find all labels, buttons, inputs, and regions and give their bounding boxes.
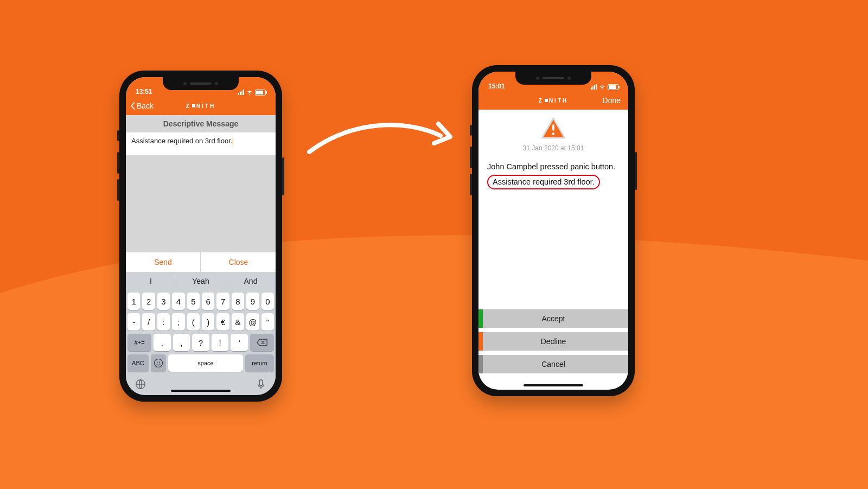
space-key[interactable]: space (168, 354, 244, 372)
emoji-icon (154, 358, 163, 368)
cancel-label: Cancel (541, 360, 565, 369)
status-time: 13:51 (136, 88, 152, 96)
key[interactable]: ' (231, 334, 248, 351)
key[interactable]: 8 (232, 293, 244, 310)
prediction-item[interactable]: Yeah (176, 272, 226, 290)
return-key[interactable]: return (245, 354, 274, 372)
left-screen-body: Descriptive Message Assistance required … (126, 115, 276, 395)
keyboard-predictions: I Yeah And (126, 272, 276, 290)
prediction-item[interactable]: And (226, 272, 276, 290)
brand-dot-icon (545, 99, 548, 102)
compose-spacer (126, 155, 276, 252)
mic-icon (255, 378, 267, 390)
emoji-key[interactable] (151, 354, 166, 372)
key[interactable]: ; (172, 313, 184, 331)
svg-rect-6 (552, 124, 554, 130)
key[interactable]: : (157, 313, 170, 331)
key[interactable]: - (127, 313, 140, 331)
key[interactable]: 4 (172, 293, 184, 310)
shift-key[interactable]: #+= (127, 334, 151, 351)
svg-point-3 (159, 362, 160, 363)
keyboard-footer (126, 374, 276, 395)
phone-left-screen: 13:51 Back ZNITH Descriptive Message (126, 77, 276, 395)
app-brand: ZNITH (186, 103, 215, 109)
decline-button[interactable]: Decline (478, 332, 628, 351)
decline-label: Decline (541, 337, 566, 346)
key[interactable]: ? (192, 334, 209, 351)
back-button[interactable]: Back (130, 97, 154, 115)
back-label: Back (137, 101, 154, 110)
section-title: Descriptive Message (126, 115, 276, 132)
message-input[interactable]: Assistance required on 3rd floor. (126, 132, 276, 155)
key[interactable]: 3 (157, 293, 170, 310)
power-button-mock (282, 157, 284, 195)
status-time: 15:01 (488, 82, 505, 90)
prediction-item[interactable]: I (126, 272, 176, 290)
battery-icon (255, 90, 266, 96)
power-button-mock (635, 152, 637, 190)
svg-point-1 (154, 359, 162, 367)
send-close-bar: Send Close (126, 252, 276, 272)
alert-area: 31 Jan 2020 at 15:01 John Campbel presse… (478, 110, 628, 189)
done-button[interactable]: Done (603, 91, 621, 110)
alert-highlighted-line: Assistance required 3rd floor. (487, 175, 600, 190)
message-input-text: Assistance required on 3rd floor. (131, 137, 232, 145)
accept-button[interactable]: Accept (478, 309, 628, 328)
key[interactable]: / (142, 313, 155, 331)
svg-rect-5 (259, 380, 263, 386)
svg-point-2 (157, 362, 158, 363)
wifi-icon (599, 84, 605, 90)
close-button[interactable]: Close (201, 252, 276, 272)
key[interactable]: 9 (246, 293, 259, 310)
volume-up-mock (470, 147, 472, 168)
key[interactable]: & (232, 313, 244, 331)
phone-right: 15:01 ZNITH Done 31 Jan (472, 65, 635, 396)
key[interactable]: " (261, 313, 274, 331)
backspace-key[interactable] (250, 334, 274, 351)
key[interactable]: , (173, 334, 190, 351)
key[interactable]: ! (212, 334, 229, 351)
edge-indicator-gray (478, 355, 483, 373)
edge-indicator-orange (478, 332, 483, 351)
cancel-button[interactable]: Cancel (478, 355, 628, 373)
key[interactable]: € (216, 313, 229, 331)
status-indicators (591, 84, 618, 90)
key[interactable]: ( (187, 313, 200, 331)
notch (163, 77, 239, 90)
signal-icon (591, 84, 597, 90)
alert-triangle-icon (541, 117, 566, 139)
chevron-left-icon (130, 102, 136, 110)
volume-down-mock (117, 179, 119, 201)
alert-actions: Accept Decline Cancel (478, 309, 628, 373)
globe-icon (135, 378, 146, 390)
alert-line-1: John Campbel pressed panic button. (487, 162, 615, 171)
key[interactable]: 6 (202, 293, 214, 310)
brand-dot-icon (192, 104, 195, 107)
abc-key[interactable]: ABC (127, 354, 149, 372)
svg-point-7 (552, 132, 555, 135)
volume-up-mock (117, 152, 119, 174)
notch (515, 72, 591, 85)
mute-switch-mock (470, 125, 472, 136)
home-indicator[interactable] (524, 384, 583, 386)
accept-label: Accept (542, 314, 565, 323)
key[interactable]: 5 (187, 293, 200, 310)
text-cursor (233, 137, 233, 146)
status-indicators (238, 89, 266, 96)
key[interactable]: 2 (142, 293, 155, 310)
key[interactable]: @ (246, 313, 259, 331)
globe-key[interactable] (135, 378, 146, 392)
send-button[interactable]: Send (126, 252, 200, 272)
key[interactable]: 0 (261, 293, 274, 310)
key[interactable]: 7 (216, 293, 229, 310)
key[interactable]: 1 (127, 293, 140, 310)
wifi-icon (246, 89, 253, 96)
alert-text-block: John Campbel pressed panic button. Assis… (478, 162, 628, 189)
edge-indicator-green (478, 309, 483, 328)
home-indicator[interactable] (171, 390, 231, 392)
key[interactable]: . (154, 334, 171, 351)
key[interactable]: ) (202, 313, 214, 331)
dictation-key[interactable] (255, 378, 267, 392)
flow-arrow-icon (304, 109, 456, 174)
keyboard: 1 2 3 4 5 6 7 8 9 0 - / : (126, 290, 276, 374)
